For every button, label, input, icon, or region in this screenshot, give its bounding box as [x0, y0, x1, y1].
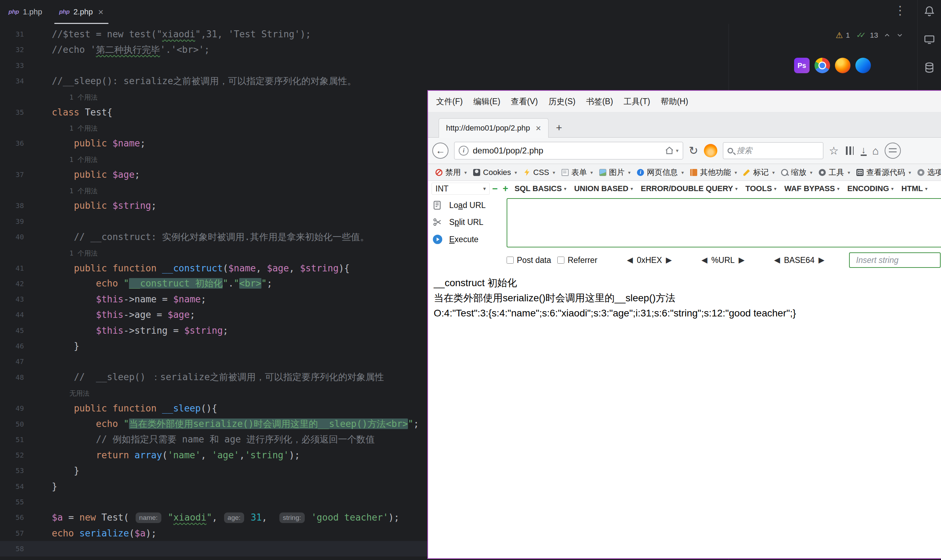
hackbar-url-textarea[interactable] — [507, 198, 941, 248]
load-url-button[interactable]: Load URL — [432, 198, 486, 212]
hackbar-flame-icon[interactable] — [704, 144, 717, 157]
code-row[interactable]: 31//$test = new test("xiaodi",31, 'Test … — [0, 26, 917, 42]
screen-share-icon[interactable] — [923, 33, 936, 46]
hackbar-menu-item[interactable]: ERROR/DOUBLE QUERY — [637, 184, 742, 193]
encoder-0xhex[interactable]: ◀0xHEX▶ — [627, 255, 672, 265]
devtoolbar-item[interactable]: 网页信息 — [634, 167, 687, 178]
hackbar-menu-item[interactable]: UNION BASED — [571, 184, 637, 193]
split-url-button[interactable]: Split URL — [432, 215, 483, 229]
database-icon[interactable] — [923, 61, 936, 74]
code-row[interactable]: 33 — [0, 58, 917, 73]
editor-tab[interactable]: php2.php× — [51, 0, 112, 24]
firefox-icon[interactable] — [835, 58, 850, 73]
encode-arrow-icon[interactable]: ▶ — [818, 256, 824, 264]
next-problem-chevron-down-icon[interactable] — [896, 31, 904, 39]
inspections-widget[interactable]: ⚠ 1 ✓✓ 13 — [836, 29, 904, 41]
usages-hint[interactable]: 1 个用法 — [52, 187, 97, 195]
devtoolbar-item[interactable]: 表单 — [558, 167, 596, 178]
usages-hint[interactable]: 1 个用法 — [52, 93, 97, 101]
close-tab-icon[interactable]: × — [536, 123, 541, 133]
devtoolbar-item[interactable]: CSS — [520, 168, 558, 177]
hackbar-menu-item[interactable]: ENCODING — [844, 184, 898, 193]
app-menu-icon[interactable] — [885, 143, 901, 159]
browser-tab-strip: http://demo01/pop/2.php × + — [428, 112, 941, 138]
url-input[interactable] — [473, 146, 660, 155]
devtoolbar-item[interactable]: 禁用 — [432, 167, 470, 178]
devtoolbar-item[interactable]: Cookies — [470, 168, 520, 177]
menu-item[interactable]: 编辑(E) — [468, 96, 506, 107]
decode-arrow-icon[interactable]: ◀ — [627, 256, 633, 264]
menu-item[interactable]: 工具(T) — [618, 96, 655, 107]
more-options-icon[interactable]: ⋮ — [894, 4, 906, 16]
browser-tab-title: http://demo01/pop/2.php — [446, 123, 530, 133]
encode-arrow-icon[interactable]: ▶ — [666, 256, 672, 264]
expand-plus-icon[interactable]: + — [503, 184, 508, 194]
decode-arrow-icon[interactable]: ◀ — [702, 256, 707, 264]
edge-icon[interactable] — [855, 58, 871, 73]
code-row[interactable]: 34//__sleep(): serialize之前被调用，可以指定要序列化的对… — [0, 73, 917, 89]
collapse-minus-icon[interactable]: − — [492, 184, 498, 194]
devtoolbar-item[interactable]: 缩放 — [778, 167, 816, 178]
devtoolbar-label: 图片 — [609, 167, 625, 178]
url-bar[interactable] — [454, 142, 683, 160]
hackbar-menu-item[interactable]: WAF BYPASS — [781, 184, 844, 193]
devtoolbar-item[interactable]: 选项 — [914, 167, 941, 178]
image-icon — [599, 169, 606, 176]
menu-item[interactable]: 查看(V) — [506, 96, 543, 107]
checkbox-referrer[interactable]: Referrer — [557, 255, 597, 265]
code-row[interactable]: 32//echo '第二种执行完毕'.'<br>'; — [0, 42, 917, 57]
encode-arrow-icon[interactable]: ▶ — [739, 256, 744, 264]
usages-hint[interactable]: 1 个用法 — [52, 155, 97, 163]
line-number: 55 — [0, 498, 24, 506]
back-button[interactable]: ← — [432, 143, 449, 159]
downloads-icon[interactable]: ↓ — [861, 146, 867, 156]
search-input[interactable] — [737, 146, 819, 155]
menu-item[interactable]: 帮助(H) — [655, 96, 693, 107]
hackbar-menu-item[interactable]: SQL BASICS — [511, 184, 571, 193]
checkbox-input[interactable] — [557, 257, 565, 264]
code-token: " — [207, 512, 212, 523]
search-bar[interactable] — [723, 142, 823, 159]
chrome-icon[interactable] — [815, 58, 830, 73]
usages-hint[interactable]: 无用法 — [52, 389, 89, 397]
reload-icon[interactable]: ↻ — [689, 145, 698, 156]
devtoolbar-item[interactable]: 查看源代码 — [853, 167, 914, 178]
hackbar-charset-select[interactable]: INT — [432, 183, 490, 195]
insert-string-box[interactable]: Insert string — [849, 252, 941, 268]
devtoolbar-item[interactable]: 工具 — [816, 167, 853, 178]
phpstorm-preview-icon[interactable]: Ps — [794, 58, 810, 73]
browser-tab[interactable]: http://demo01/pop/2.php × — [439, 118, 549, 138]
usages-hint[interactable]: 1 个用法 — [52, 249, 97, 257]
devtoolbar-item[interactable]: 图片 — [596, 167, 634, 178]
code-token: public — [74, 263, 107, 274]
hackbar-menu-item[interactable]: TOOLS — [742, 184, 781, 193]
close-tab-icon[interactable]: × — [98, 8, 103, 17]
menu-item[interactable]: 历史(S) — [543, 96, 581, 107]
tab-label: 2.php — [73, 8, 93, 17]
code-token: echo — [96, 278, 118, 289]
devtoolbar-label: CSS — [534, 168, 549, 177]
bookmark-home-icon[interactable] — [665, 146, 679, 155]
decode-arrow-icon[interactable]: ◀ — [774, 256, 780, 264]
usages-hint[interactable]: 1 个用法 — [52, 124, 97, 132]
devtoolbar-item[interactable]: 其他功能 — [687, 167, 740, 178]
hackbar-menu-item[interactable]: HTML — [898, 184, 932, 193]
site-info-icon[interactable] — [459, 146, 469, 155]
notifications-bell-icon[interactable] — [923, 5, 936, 18]
bookmark-star-icon[interactable]: ☆ — [829, 145, 839, 156]
encoder-base64[interactable]: ◀BASE64▶ — [774, 255, 824, 265]
checkbox-input[interactable] — [507, 257, 514, 264]
home-icon[interactable]: ⌂ — [872, 145, 879, 156]
prev-problem-chevron-up-icon[interactable] — [883, 31, 891, 39]
new-tab-button[interactable]: + — [552, 120, 566, 135]
menu-item[interactable]: 书签(B) — [581, 96, 618, 107]
library-icon[interactable] — [844, 145, 855, 156]
encoder-url[interactable]: ◀%URL▶ — [702, 255, 744, 265]
code-line: } — [52, 481, 57, 492]
code-token — [52, 372, 74, 382]
editor-tab[interactable]: php1.php — [0, 0, 51, 24]
execute-button[interactable]: Execute — [432, 233, 478, 246]
devtoolbar-item[interactable]: 标记 — [740, 167, 778, 178]
menu-item[interactable]: 文件(F) — [431, 96, 468, 107]
checkbox-post-data[interactable]: Post data — [507, 255, 551, 265]
